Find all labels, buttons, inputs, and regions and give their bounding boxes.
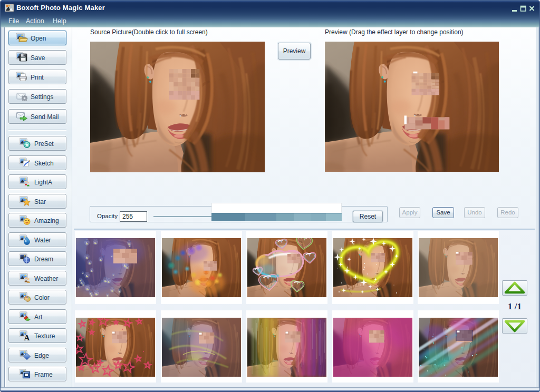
svg-text:A: A bbox=[24, 334, 30, 342]
